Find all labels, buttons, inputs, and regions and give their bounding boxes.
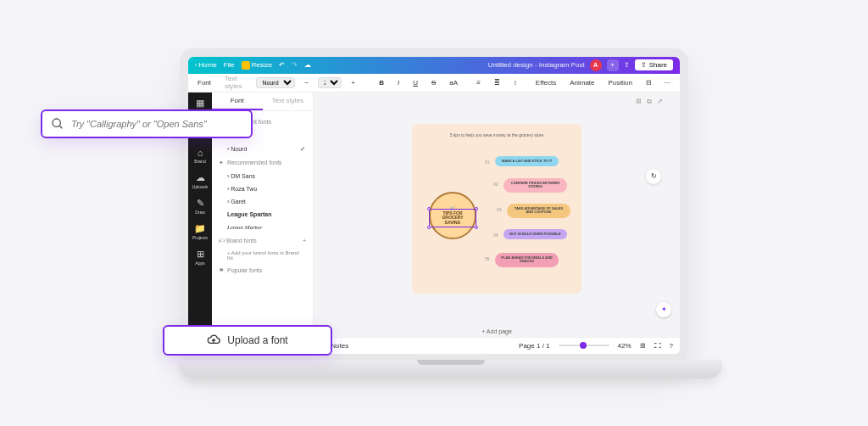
pill-number: 03 — [497, 207, 502, 212]
font-size-select[interactable]: 29 — [318, 77, 342, 88]
zoom-slider[interactable] — [559, 345, 609, 346]
svg-point-0 — [53, 119, 60, 126]
font-item[interactable]: › Garet — [219, 195, 306, 208]
spacing-button[interactable]: ↕ — [509, 77, 521, 88]
artboard[interactable]: 5 tips to help you save money at the gro… — [412, 124, 581, 294]
page-indicator[interactable]: Page 1 / 1 — [519, 342, 549, 350]
rail-icon: ⌂ — [198, 148, 203, 158]
font-search-input[interactable] — [71, 119, 242, 129]
add-collaborator-button[interactable]: + — [607, 59, 619, 71]
brand-fonts-head: 🏷 Brand fonts+ — [219, 234, 306, 247]
rail-icon: ✎ — [197, 198, 204, 209]
share-button[interactable]: ⇧Share — [635, 59, 673, 70]
font-item[interactable]: League Spartan — [219, 208, 306, 221]
pill-number: 04 — [493, 233, 498, 238]
help-icon[interactable]: ? — [670, 342, 673, 350]
analytics-icon[interactable]: ⇪ — [624, 61, 630, 69]
font-item[interactable]: › DM Sans — [219, 170, 306, 182]
search-icon — [51, 117, 64, 131]
font-size-plus[interactable]: + — [347, 77, 359, 88]
align-button[interactable]: ≡ — [472, 77, 485, 88]
resize-menu[interactable]: Resize — [242, 61, 272, 70]
redo-button[interactable]: ↷ — [292, 61, 298, 69]
svg-line-1 — [59, 126, 62, 128]
rec-fonts-head: ✦ Recommended fonts — [219, 156, 306, 170]
italic-button[interactable]: I — [393, 77, 403, 88]
crown-icon — [242, 61, 250, 70]
fontpanel-tab-styles[interactable]: Text styles — [263, 92, 314, 110]
more-button[interactable]: ⋯ — [659, 77, 675, 88]
font-item[interactable]: › Roza Two — [219, 182, 306, 195]
bold-button[interactable]: B — [375, 77, 388, 88]
document-title[interactable]: Untitled design - Instagram Post — [488, 61, 585, 69]
tip-pill[interactable]: PLAN AHEAD FOR MEALS AND SNACKS — [495, 253, 559, 267]
pop-fonts-head: ⚑ Popular fonts — [219, 264, 306, 277]
position-button[interactable]: Position — [604, 77, 637, 88]
canvas-lock-icon[interactable]: ⊞ — [636, 98, 642, 106]
tab-text-styles[interactable]: Text styles — [220, 73, 246, 92]
home-link[interactable]: ‹ Home — [195, 61, 217, 69]
animate-button[interactable]: Animate — [565, 77, 598, 88]
font-search-overlay — [41, 109, 253, 138]
font-item[interactable]: › Nourd — [219, 142, 306, 156]
pill-number: 01 — [485, 160, 490, 165]
tip-pill[interactable]: MAKE A LIST AND STICK TO IT — [495, 156, 559, 166]
effects-button[interactable]: Effects — [531, 77, 560, 88]
rail-brand[interactable]: ⌂Brand — [192, 148, 209, 164]
tip-pill[interactable]: COMPARE PRICES BETWEEN STORES — [504, 178, 567, 193]
canvas-copy-icon[interactable]: ⧉ — [647, 98, 652, 106]
rail-icon: ☁ — [196, 172, 205, 183]
file-menu[interactable]: File — [224, 61, 235, 69]
upload-font-overlay[interactable]: Upload a font — [163, 325, 332, 356]
tab-font[interactable]: Font — [193, 77, 215, 88]
underline-button[interactable]: U — [409, 77, 422, 88]
grid-view-icon[interactable]: ⊞ — [640, 342, 646, 350]
comment-button[interactable]: ↻ — [646, 169, 661, 184]
artboard-title: 5 tips to help you save money at the gro… — [420, 132, 573, 137]
tip-pill[interactable]: BUY IN BULK WHEN POSSIBLE — [504, 229, 567, 239]
font-size-minus[interactable]: − — [300, 77, 313, 88]
add-page-button[interactable]: + Add page — [314, 326, 680, 337]
pill-number: 05 — [485, 256, 490, 261]
undo-button[interactable]: ↶ — [279, 61, 285, 69]
rail-icon: ▦ — [196, 98, 204, 109]
rail-icon: ⊞ — [197, 249, 204, 260]
transparency-button[interactable]: ⊟ — [642, 77, 656, 88]
rail-draw[interactable]: ✎Draw — [192, 198, 209, 215]
rail-projects[interactable]: 📁Projects — [192, 223, 209, 240]
avatar[interactable]: A — [590, 59, 602, 71]
canvas-delete-icon[interactable]: ↗ — [657, 98, 663, 106]
rail-uploads[interactable]: ☁Uploads — [192, 172, 209, 189]
font-family-select[interactable]: Nourd — [256, 77, 295, 88]
cloud-upload-icon — [207, 334, 220, 347]
rail-icon: 📁 — [194, 223, 206, 234]
list-button[interactable]: ≣ — [490, 77, 504, 88]
strike-button[interactable]: S — [427, 77, 440, 88]
brand-fonts-sub[interactable]: + Add your brand fonts in Brand Kit — [219, 247, 306, 264]
fullscreen-icon[interactable]: ⛶ — [654, 342, 661, 350]
sparkle-button[interactable]: ✦ — [656, 302, 671, 317]
fontpanel-tab-font[interactable]: Font — [212, 92, 263, 110]
selection-box[interactable] — [429, 209, 476, 227]
pill-number: 02 — [493, 182, 498, 187]
font-item[interactable]: Lemon Marker — [219, 221, 306, 234]
case-button[interactable]: aA — [445, 77, 462, 88]
upload-font-label: Upload a font — [227, 334, 287, 346]
zoom-value: 42% — [618, 342, 632, 350]
rail-apps[interactable]: ⊞Apps — [192, 249, 209, 266]
brand-add-icon[interactable]: + — [303, 238, 306, 244]
cloud-sync-icon: ☁ — [304, 61, 311, 69]
tip-pill[interactable]: TAKE ADVANTAGE OF SALES AND COUPONS — [507, 204, 570, 218]
